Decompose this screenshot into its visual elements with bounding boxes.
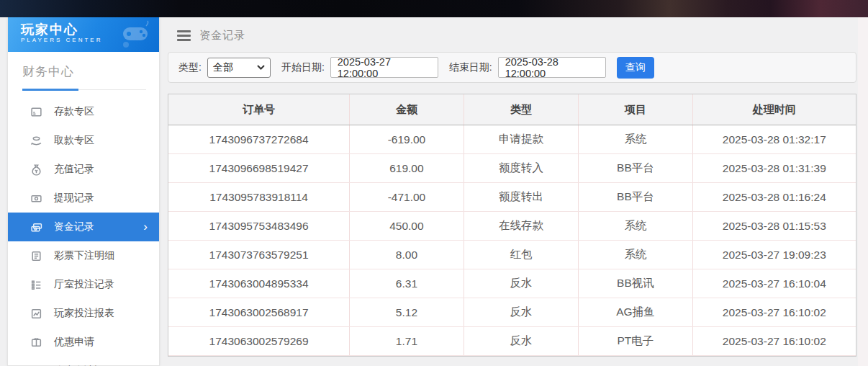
- sidebar-item-label: 优惠申请: [54, 336, 94, 349]
- type-select-value: 全部: [213, 61, 233, 74]
- end-date-input[interactable]: 2025-03-28 12:00:00: [498, 57, 606, 78]
- start-date-input[interactable]: 2025-03-27 12:00:00: [330, 57, 438, 78]
- table-cell: 额度转出: [464, 183, 578, 211]
- table-cell: 在线存款: [464, 212, 578, 240]
- column-header: 订单号: [168, 94, 349, 125]
- table-cell: 2025-03-28 01:31:39: [692, 154, 856, 182]
- table-row: 1743096737272684-619.00申请提款系统2025-03-28 …: [168, 125, 856, 154]
- table-cell: 2025-03-27 16:10:04: [692, 269, 856, 298]
- funds-record-icon: [30, 220, 42, 233]
- sidebar-item-label: 彩票下注明细: [54, 249, 114, 262]
- table-cell: PT电子: [578, 327, 692, 355]
- promo-apply-icon: [30, 336, 42, 349]
- sidebar-section-title: 财务中心: [22, 63, 146, 90]
- breadcrumb: 资金记录: [160, 17, 858, 48]
- column-header: 处理时间: [692, 94, 856, 125]
- table-cell: 系统: [578, 212, 692, 240]
- table-cell: 1743063002568917: [168, 298, 349, 326]
- game-controller-icon: [119, 20, 152, 52]
- table-cell: AG捕鱼: [578, 298, 692, 326]
- table-row: 17430630048953346.31反水BB视讯2025-03-27 16:…: [168, 269, 856, 298]
- table-cell: 1.71: [349, 327, 464, 355]
- table-cell: BB平台: [578, 183, 692, 211]
- table-body: 1743096737272684-619.00申请提款系统2025-03-28 …: [168, 125, 856, 356]
- hamburger-menu-icon[interactable]: [177, 30, 191, 41]
- sidebar-item-3[interactable]: 充值记录: [8, 155, 159, 184]
- sidebar-item-label: 玩家投注报表: [54, 307, 114, 320]
- sidebar-item-label: 提现记录: [54, 192, 94, 205]
- breadcrumb-title: 资金记录: [199, 29, 245, 43]
- sidebar-header: 玩家中心 PLAYERS CENTER: [8, 17, 159, 52]
- funds-record-table: 订单号金额类型项目处理时间 1743096737272684-619.00申请提…: [168, 94, 856, 357]
- page-right-margin: [858, 17, 868, 366]
- table-cell: 红包: [464, 241, 578, 269]
- table-row: 17430737635792518.00红包系统2025-03-27 19:09…: [168, 241, 856, 269]
- table-cell: 5.12: [349, 298, 464, 326]
- table-cell: 1743063002579269: [168, 327, 349, 355]
- table-row: 17430630025689175.12反水AG捕鱼2025-03-27 16:…: [168, 298, 856, 327]
- sidebar-menu: 存款专区取款专区充值记录提现记录资金记录›彩票下注明细厅室投注记录玩家投注报表优…: [8, 97, 159, 366]
- end-date-label: 结束日期:: [449, 61, 492, 74]
- sidebar-item-label: 取款专区: [54, 134, 94, 147]
- sidebar-item-10[interactable]: 优惠申请记录: [8, 357, 159, 366]
- sidebar-item-8[interactable]: 玩家投注报表: [8, 299, 159, 328]
- table-header-row: 订单号金额类型项目处理时间: [168, 94, 856, 125]
- table-cell: 6.31: [349, 269, 464, 298]
- player-report-icon: [30, 307, 42, 320]
- table-cell: 系统: [578, 125, 692, 153]
- hall-bet-record-icon: [30, 278, 42, 291]
- sidebar-item-label: 充值记录: [54, 163, 94, 176]
- filter-bar: 类型: 全部 开始日期: 2025-03-27 12:00:00 结束日期: 2…: [168, 52, 856, 83]
- sidebar-item-label: 资金记录: [54, 220, 94, 233]
- table-cell: 系统: [578, 241, 692, 269]
- start-date-label: 开始日期:: [281, 61, 325, 74]
- table-cell: 1743073763579251: [168, 241, 349, 269]
- table-cell: -619.00: [349, 125, 464, 153]
- table-cell: 619.00: [349, 154, 464, 182]
- site-background-banner: [0, 0, 868, 17]
- table-cell: 1743095783918114: [168, 183, 349, 211]
- column-header: 金额: [349, 94, 464, 125]
- table-cell: -471.00: [349, 183, 464, 211]
- table-cell: 2025-03-28 01:32:17: [692, 125, 856, 153]
- column-header: 项目: [578, 94, 692, 125]
- cashout-record-icon: [30, 192, 42, 205]
- table-cell: 2025-03-27 16:10:02: [692, 298, 856, 326]
- sidebar-item-5[interactable]: 资金记录›: [8, 213, 159, 241]
- table-cell: 450.00: [349, 212, 464, 240]
- table-row: 1743095753483496450.00在线存款系统2025-03-28 0…: [168, 212, 856, 241]
- sidebar: 玩家中心 PLAYERS CENTER 财务中心 存款专区取款专区充值记录提现记…: [7, 17, 160, 366]
- deposit-icon: [30, 105, 42, 118]
- table-cell: 反水: [464, 298, 578, 326]
- table-cell: 1743063004895334: [168, 269, 349, 298]
- recharge-record-icon: [30, 163, 42, 176]
- players-center-page: 玩家中心 PLAYERS CENTER 财务中心 存款专区取款专区充值记录提现记…: [0, 0, 868, 366]
- chevron-right-icon: ›: [143, 222, 148, 232]
- type-select[interactable]: 全部: [207, 58, 271, 78]
- column-header: 类型: [464, 94, 578, 125]
- table-row: 17430630025792691.71反水PT电子2025-03-27 16:…: [168, 327, 856, 356]
- table-cell: 2025-03-28 01:15:53: [692, 212, 856, 240]
- sidebar-item-4[interactable]: 提现记录: [8, 184, 159, 213]
- table-cell: BB视讯: [578, 269, 692, 298]
- sidebar-item-label: 存款专区: [54, 105, 94, 118]
- table-cell: 2025-03-27 19:09:23: [692, 241, 856, 269]
- chevron-down-icon: [257, 65, 265, 70]
- main-content: 资金记录 类型: 全部 开始日期: 2025-03-27 12:00:00 结束…: [160, 17, 858, 366]
- sidebar-item-6[interactable]: 彩票下注明细: [8, 241, 159, 270]
- table-cell: 反水: [464, 327, 578, 355]
- table-row: 1743096698519427619.00额度转入BB平台2025-03-28…: [168, 154, 856, 183]
- sidebar-item-7[interactable]: 厅室投注记录: [8, 270, 159, 299]
- table-cell: BB平台: [578, 154, 692, 182]
- table-cell: 反水: [464, 269, 578, 298]
- type-filter-label: 类型:: [178, 61, 202, 74]
- sidebar-item-1[interactable]: 存款专区: [8, 97, 159, 126]
- table-cell: 申请提款: [464, 125, 578, 153]
- table-row: 1743095783918114-471.00额度转出BB平台2025-03-2…: [168, 183, 856, 212]
- table-cell: 2025-03-28 01:16:24: [692, 183, 856, 211]
- sidebar-item-9[interactable]: 优惠申请: [8, 328, 159, 357]
- query-button[interactable]: 查询: [617, 57, 654, 79]
- table-cell: 1743095753483496: [168, 212, 349, 240]
- table-cell: 2025-03-27 16:10:02: [692, 327, 856, 355]
- sidebar-item-2[interactable]: 取款专区: [8, 126, 159, 155]
